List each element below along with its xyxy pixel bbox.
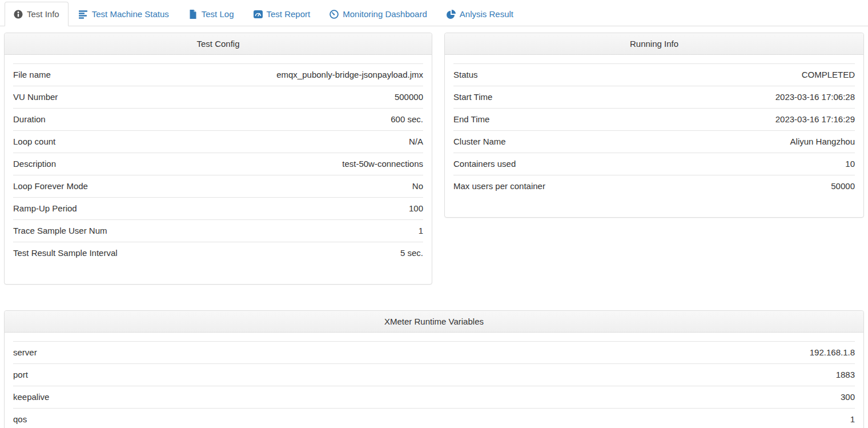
test-config-panel-body: File name emqx_pubonly-bridge-jsonpayloa… xyxy=(5,55,432,284)
row-label: End Time xyxy=(453,109,669,131)
row-value: Aliyun Hangzhou xyxy=(669,131,855,153)
runtime-variables-table: server 192.168.1.8 port 1883 keepalive 3… xyxy=(13,341,855,428)
row-label: Duration xyxy=(13,109,183,131)
test-config-table: File name emqx_pubonly-bridge-jsonpayloa… xyxy=(13,63,423,264)
row-value: 1 xyxy=(387,409,855,428)
row-label: Test Result Sample Interval xyxy=(13,242,183,265)
table-row: End Time 2023-03-16 17:16:29 xyxy=(453,109,855,131)
tab-label: Test Info xyxy=(27,8,59,20)
row-label: Containers used xyxy=(453,153,669,175)
table-row: Duration 600 sec. xyxy=(13,109,423,131)
row-label: keepalive xyxy=(13,386,387,409)
row-label: Loop Forever Mode xyxy=(13,175,183,198)
tab-label: Test Machine Status xyxy=(92,8,169,20)
table-row: Loop count N/A xyxy=(13,131,423,153)
table-row: Description test-50w-connections xyxy=(13,153,423,175)
running-info-table: Status COMPLETED Start Time 2023-03-16 1… xyxy=(453,63,855,197)
running-info-panel-body: Status COMPLETED Start Time 2023-03-16 1… xyxy=(445,55,863,217)
table-row: server 192.168.1.8 xyxy=(13,342,855,364)
tab-monitoring-dashboard[interactable]: Monitoring Dashboard xyxy=(320,2,436,26)
test-config-panel: Test Config File name emqx_pubonly-bridg… xyxy=(4,33,432,285)
tab-test-report[interactable]: Test Report xyxy=(244,2,320,26)
tab-label: Monitoring Dashboard xyxy=(343,8,427,20)
table-row: qos 1 xyxy=(13,409,855,428)
runtime-variables-panel: XMeter Runtime Variables server 192.168.… xyxy=(4,310,864,428)
table-row: Containers used 10 xyxy=(453,153,855,175)
row-label: Loop count xyxy=(13,131,183,153)
file-icon xyxy=(188,10,198,19)
row-label: Cluster Name xyxy=(453,131,669,153)
row-label: Description xyxy=(13,153,183,175)
row-label: server xyxy=(13,342,387,364)
table-row: Test Result Sample Interval 5 sec. xyxy=(13,242,423,265)
top-panels-row: Test Config File name emqx_pubonly-bridg… xyxy=(4,33,864,285)
table-row: Ramp-Up Period 100 xyxy=(13,198,423,220)
test-config-panel-title: Test Config xyxy=(5,33,432,55)
tab-test-machine-status[interactable]: Test Machine Status xyxy=(70,2,178,26)
runtime-variables-panel-title: XMeter Runtime Variables xyxy=(5,311,863,333)
tab-test-log[interactable]: Test Log xyxy=(179,2,243,26)
gauge-square-icon xyxy=(254,10,263,19)
status-value: COMPLETED xyxy=(669,64,855,86)
row-value: N/A xyxy=(183,131,423,153)
tab-bar: Test Info Test Machine Status Test Log T… xyxy=(0,0,868,26)
row-value: 10 xyxy=(669,153,855,175)
tab-label: Test Log xyxy=(202,8,234,20)
runtime-variables-panel-body: server 192.168.1.8 port 1883 keepalive 3… xyxy=(5,333,863,428)
table-row: VU Number 500000 xyxy=(13,86,423,109)
table-row: Max users per container 50000 xyxy=(453,175,855,198)
tab-label: Test Report xyxy=(267,8,311,20)
tab-test-info[interactable]: Test Info xyxy=(5,2,69,26)
row-value: 100 xyxy=(183,198,423,220)
running-info-panel-title: Running Info xyxy=(445,33,863,55)
row-value: 1 xyxy=(183,220,423,242)
table-row: keepalive 300 xyxy=(13,386,855,409)
row-value: 50000 xyxy=(669,175,855,198)
table-row: Loop Forever Mode No xyxy=(13,175,423,198)
table-row: Cluster Name Aliyun Hangzhou xyxy=(453,131,855,153)
row-value: 2023-03-16 17:06:28 xyxy=(669,86,855,109)
row-value: emqx_pubonly-bridge-jsonpayload.jmx xyxy=(183,64,423,86)
row-label: File name xyxy=(13,64,183,86)
row-label: Trace Sample User Num xyxy=(13,220,183,242)
row-label: VU Number xyxy=(13,86,183,109)
row-label: Max users per container xyxy=(453,175,669,198)
row-label: Status xyxy=(453,64,669,86)
row-value: 500000 xyxy=(183,86,423,109)
table-row: port 1883 xyxy=(13,364,855,386)
row-value: 192.168.1.8 xyxy=(387,342,855,364)
row-label: Start Time xyxy=(453,86,669,109)
row-value: 300 xyxy=(387,386,855,409)
row-label: port xyxy=(13,364,387,386)
page-content: Test Config File name emqx_pubonly-bridg… xyxy=(0,26,868,428)
row-value: 5 sec. xyxy=(183,242,423,265)
tab-label: Anlysis Result xyxy=(460,8,513,20)
row-value: No xyxy=(183,175,423,198)
table-row: Status COMPLETED xyxy=(453,64,855,86)
row-value: 2023-03-16 17:16:29 xyxy=(669,109,855,131)
list-bars-icon xyxy=(79,10,88,19)
info-circle-icon xyxy=(14,10,23,19)
pie-chart-icon xyxy=(447,10,456,19)
row-label: qos xyxy=(13,409,387,428)
running-info-panel: Running Info Status COMPLETED Start Time… xyxy=(444,33,864,218)
gauge-circle-icon xyxy=(329,10,339,19)
row-value: 600 sec. xyxy=(183,109,423,131)
row-label: Ramp-Up Period xyxy=(13,198,183,220)
table-row: Start Time 2023-03-16 17:06:28 xyxy=(453,86,855,109)
row-value: test-50w-connections xyxy=(183,153,423,175)
row-value: 1883 xyxy=(387,364,855,386)
table-row: File name emqx_pubonly-bridge-jsonpayloa… xyxy=(13,64,423,86)
tab-anlysis-result[interactable]: Anlysis Result xyxy=(437,2,523,26)
table-row: Trace Sample User Num 1 xyxy=(13,220,423,242)
